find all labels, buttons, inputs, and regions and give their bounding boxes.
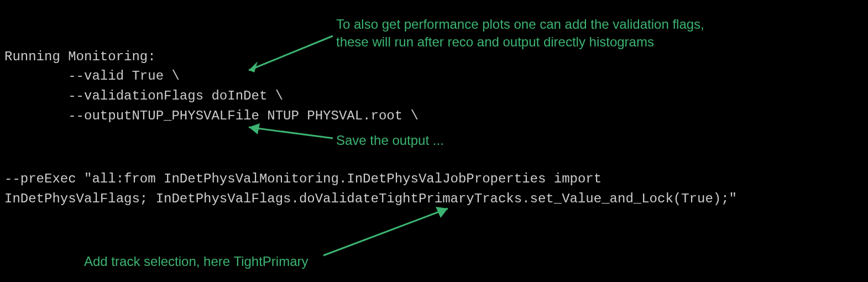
arrow-icon [238,30,337,80]
annotation-track-selection: Add track selection, here TightPrimary [84,253,308,270]
code-line-preexec1: --preExec "all:from InDetPhysValMonitori… [4,169,602,189]
code-heading: Running Monitoring: [4,47,156,67]
code-line-preexec2: InDetPhysValFlags; InDetPhysValFlags.doV… [4,189,737,209]
svg-line-0 [249,36,333,70]
svg-line-2 [249,127,333,138]
arrow-icon [318,200,462,261]
svg-marker-1 [249,61,258,72]
svg-line-4 [323,208,448,255]
code-line-outputntup: --outputNTUP_PHYSVALFile NTUP PHYSVAL.ro… [4,106,419,126]
annotation-validation-flags-line2: these will run after reco and output dir… [336,33,654,50]
code-line-valid: --valid True \ [4,66,180,86]
annotation-save-output: Save the output ... [336,132,444,149]
annotation-validation-flags-line1: To also get performance plots one can ad… [336,15,704,33]
code-line-validationflags: --validationFlags doInDet \ [4,86,283,106]
